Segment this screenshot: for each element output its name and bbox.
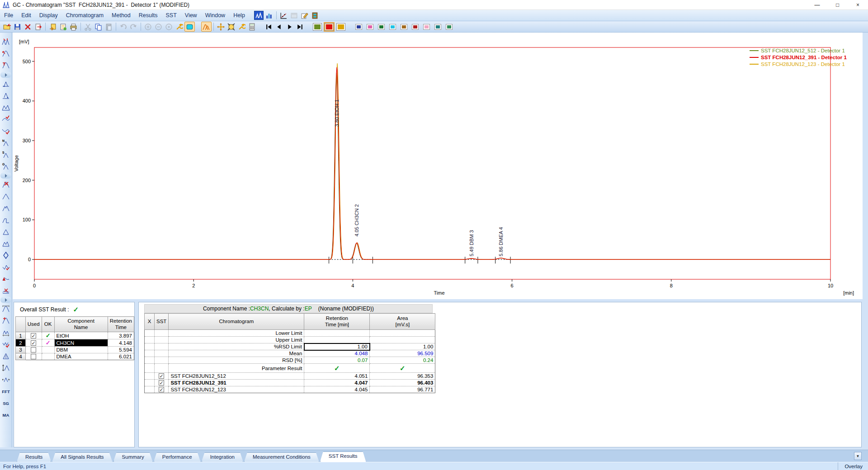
peak-start-end-tool[interactable] [0, 48, 11, 60]
color-swatch-4[interactable] [389, 24, 396, 30]
sst-include-checkbox[interactable]: ✓ [159, 380, 164, 385]
data-manager-button[interactable] [310, 11, 320, 20]
delete-button[interactable] [23, 22, 33, 32]
tab-scroll-button[interactable]: ▼ [854, 452, 862, 460]
chromatogram-window-button[interactable] [254, 11, 264, 20]
valley-to-valley-tool[interactable] [0, 102, 11, 113]
sst-include-checkbox[interactable]: ✓ [159, 373, 164, 379]
color-swatch-8[interactable] [434, 24, 441, 30]
chromatogram-row[interactable]: ✓SST FCH28JUN12_5124.05196.353 [145, 373, 435, 380]
delete-peak-tool[interactable] [0, 179, 11, 191]
peak-threshold-tool[interactable] [0, 60, 11, 71]
clear-baseline-tool[interactable] [0, 285, 11, 296]
menu-help[interactable]: Help [229, 11, 249, 20]
used-checkbox[interactable]: ✓ [31, 340, 36, 346]
color-swatch-9[interactable] [446, 24, 453, 30]
integration-settings-button[interactable] [236, 22, 247, 32]
menu-edit[interactable]: Edit [17, 11, 35, 20]
previous-chromatogram-button[interactable] [274, 22, 284, 32]
chart-plot[interactable]: 02468100100200300400500[mV]VoltageTime[m… [13, 33, 863, 299]
used-checkbox[interactable] [31, 347, 36, 352]
chromatogram-chart[interactable]: 02468100100200300400500[mV]VoltageTime[m… [13, 33, 863, 299]
chromatogram-name-cell[interactable]: SST FCH28JUN12_123 [169, 386, 304, 393]
menu-sst[interactable]: SST [161, 11, 180, 20]
menu-window[interactable]: Window [201, 11, 229, 20]
valley-check-tool[interactable] [0, 261, 11, 273]
savitzky-golay-button[interactable]: SG [0, 397, 11, 409]
overlay-mode-button[interactable] [201, 22, 212, 32]
peak-width-tool[interactable] [0, 303, 11, 315]
baseline-drop-tool[interactable] [0, 90, 11, 102]
bar-view-button[interactable] [264, 11, 274, 20]
horizontal-baseline-tool[interactable] [0, 214, 11, 226]
color-swatch-3[interactable] [378, 24, 385, 30]
retention-window-tool[interactable] [0, 327, 11, 338]
used-checkbox[interactable]: ✓ [31, 333, 36, 338]
noise-test-tool[interactable] [0, 338, 11, 350]
annotation-button[interactable] [184, 22, 195, 32]
retention-value-cell[interactable]: 1.00 [304, 343, 370, 350]
tab-results[interactable]: Results [17, 452, 51, 462]
tab-all-signals-results[interactable]: All Signals Results [52, 452, 112, 462]
tab-measurement-conditions[interactable]: Measurement Conditions [244, 452, 319, 462]
baseline-peak-tool[interactable] [0, 78, 11, 90]
component-row-etoh[interactable]: 1✓✓EtOH3.897 [16, 332, 134, 339]
color-swatch-1[interactable] [355, 24, 362, 30]
component-row-dbm[interactable]: 3DBM5.594 [16, 347, 134, 353]
menu-file[interactable]: File [0, 11, 17, 20]
maximize-button[interactable]: □ [827, 0, 848, 10]
first-chromatogram-button[interactable] [264, 22, 274, 32]
negative-peak-tool[interactable]: N [0, 137, 11, 149]
fit-view-button[interactable] [226, 22, 236, 32]
print-button[interactable] [68, 22, 79, 32]
chromatogram-row[interactable]: ✓SST FCH28JUN12_1234.04596.771 [145, 386, 435, 393]
chromatogram-name-cell[interactable]: SST FCH28JUN12_512 [169, 373, 304, 380]
height-display-tool[interactable] [0, 362, 11, 374]
tab-performance[interactable]: Performance [154, 452, 201, 462]
open-button[interactable] [2, 22, 12, 32]
import-data-button[interactable] [47, 22, 58, 32]
save-button[interactable] [12, 22, 23, 32]
method-edit-button[interactable] [300, 11, 309, 20]
last-chromatogram-button[interactable] [295, 22, 305, 32]
export-button[interactable] [33, 22, 43, 32]
solvent-peak-tool[interactable]: S [0, 149, 11, 160]
used-checkbox[interactable] [31, 354, 36, 359]
group-expander[interactable] [0, 173, 11, 179]
fft-filter-button[interactable]: FFT [0, 385, 11, 397]
group-expander[interactable] [0, 297, 11, 303]
merge-peak-tool[interactable] [0, 238, 11, 249]
trace-color-swatch-large-1[interactable] [313, 23, 322, 31]
report-view-button[interactable] [58, 22, 68, 32]
grouping-peak-tool[interactable]: G [0, 160, 11, 172]
component-row-dmea[interactable]: 4DMEA6.021 [16, 353, 134, 360]
color-swatch-6[interactable] [412, 24, 419, 30]
copy-button[interactable] [93, 22, 104, 32]
color-swatch-5[interactable] [401, 24, 407, 30]
component-name-cell[interactable]: CH3CN [54, 339, 108, 347]
next-chromatogram-button[interactable] [284, 22, 295, 32]
close-button[interactable]: × [848, 0, 868, 10]
menu-display[interactable]: Display [35, 11, 62, 20]
width-display-tool[interactable] [0, 374, 11, 385]
calculator-button[interactable] [247, 22, 257, 32]
component-name-cell[interactable]: DMEA [54, 353, 108, 360]
minimize-button[interactable]: — [807, 0, 827, 10]
component-row-ch3cn[interactable]: 2✓✓CH3CN4.148 [16, 339, 134, 347]
marker-tool[interactable] [0, 249, 11, 261]
area-display-tool[interactable] [0, 350, 11, 362]
trace-color-swatch-large-3[interactable] [336, 23, 345, 31]
chromatogram-row[interactable]: ✓SST FCH28JUN12_3914.04796.403 [145, 380, 435, 386]
accept-curve-tool[interactable] [0, 113, 11, 125]
insert-peak-tool[interactable] [0, 191, 11, 202]
tab-integration[interactable]: Integration [202, 452, 243, 462]
split-peak-tool[interactable] [0, 202, 11, 214]
menu-method[interactable]: Method [108, 11, 135, 20]
color-swatch-7[interactable] [423, 24, 430, 30]
component-name-cell[interactable]: DBM [54, 347, 108, 353]
menu-chromatogram[interactable]: Chromatogram [62, 11, 108, 20]
color-swatch-2[interactable] [367, 24, 373, 30]
tab-summary[interactable]: Summary [113, 452, 153, 462]
menu-view[interactable]: View [181, 11, 201, 20]
group-expander[interactable] [0, 72, 11, 78]
